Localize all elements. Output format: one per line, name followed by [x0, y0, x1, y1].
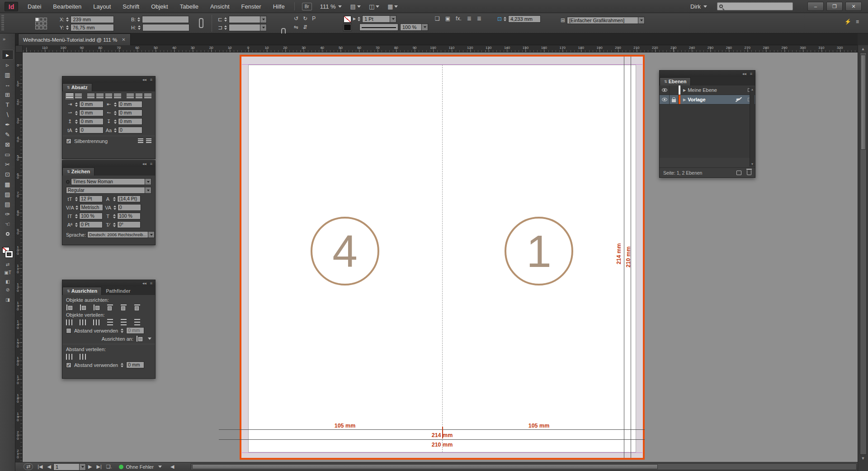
expand-triangle-icon[interactable]: ▶: [683, 98, 686, 102]
layer-row-vorlage[interactable]: ▶Vorlage✒: [660, 95, 755, 105]
page-number-circle-left[interactable]: 4: [311, 217, 379, 285]
search-input[interactable]: [717, 2, 793, 10]
selection-tool[interactable]: ▸: [2, 50, 14, 60]
layer-lock-toggle[interactable]: [670, 95, 679, 104]
next-page-button[interactable]: ▶: [88, 464, 92, 470]
layers-scrollbar[interactable]: ▲▼: [750, 87, 755, 167]
y-field[interactable]: 76,75 mm: [71, 24, 114, 31]
menu-schrift[interactable]: Schrift: [117, 0, 145, 13]
rotate-cw-icon[interactable]: ↻: [303, 15, 307, 22]
swatch-flyout-icon[interactable]: ▶: [353, 16, 356, 22]
language-field[interactable]: Deutsch: 2006 Rechtschreib...: [87, 231, 148, 238]
use-spacing-checkbox[interactable]: [66, 328, 71, 333]
corner-radius-field[interactable]: 4,233 mm: [508, 15, 541, 23]
rotate-ccw-icon[interactable]: ↺: [294, 15, 298, 22]
direct-selection-tool[interactable]: ▹: [2, 60, 14, 70]
object-style-field[interactable]: [Einfacher Grafikrahmen]: [567, 17, 638, 24]
type-tool[interactable]: T: [2, 100, 14, 109]
view-options-dropdown[interactable]: ▤: [350, 3, 361, 10]
workspace-switcher[interactable]: Dirk: [690, 3, 707, 10]
zoom-level-dropdown[interactable]: 111 %: [320, 3, 342, 10]
dist-top-edges-icon[interactable]: [66, 319, 73, 325]
font-style-dropdown[interactable]: [145, 187, 151, 194]
use-spacing-stepper[interactable]: [121, 328, 123, 333]
use-spacing2-checkbox[interactable]: ✓: [66, 362, 71, 368]
left-indent-field[interactable]: 0 mm: [79, 101, 104, 108]
baseline-shift-stepper[interactable]: [75, 223, 78, 227]
font-family-dropdown[interactable]: [145, 178, 151, 185]
align-left-edges-icon[interactable]: [66, 304, 73, 310]
bottom-margin-guide[interactable]: [242, 452, 642, 453]
collapse-icon[interactable]: ◂◂: [742, 71, 746, 76]
close-button[interactable]: ✕: [845, 2, 862, 11]
font-family-field[interactable]: Times New Roman: [71, 178, 145, 185]
gradient-feather-tool[interactable]: ▨: [2, 189, 14, 199]
normal-view-mode-icon[interactable]: ◨: [3, 297, 13, 303]
width-field[interactable]: [142, 16, 189, 23]
space-before-field[interactable]: 0 mm: [79, 118, 104, 125]
tracking-field[interactable]: 0: [118, 204, 141, 211]
effects-icon-2[interactable]: fx.: [456, 15, 462, 22]
horizontal-scale-field[interactable]: 100 %: [117, 213, 141, 219]
align-to-grid-off-icon[interactable]: [138, 138, 143, 144]
dist-h-space-icon[interactable]: [80, 354, 86, 360]
menu-datei[interactable]: Datei: [22, 0, 47, 13]
left-indent-stepper[interactable]: [75, 102, 78, 107]
collapse-icon[interactable]: ◂◂: [142, 162, 146, 166]
scissors-tool[interactable]: ✂: [2, 159, 14, 169]
vertical-scale-field[interactable]: 100 %: [79, 213, 103, 219]
align-towards-spine-icon[interactable]: [136, 94, 143, 99]
scale-x-stepper[interactable]: [224, 17, 227, 22]
note-tool[interactable]: ▤: [2, 199, 14, 209]
scale-x-dropdown[interactable]: [260, 16, 267, 23]
vertical-scrollbar-thumb[interactable]: [861, 55, 866, 150]
skew-stepper[interactable]: [113, 223, 116, 227]
collapse-icon[interactable]: ◂◂: [142, 77, 146, 82]
stroke-weight-stepper[interactable]: [358, 17, 360, 21]
justify-all-icon[interactable]: [127, 94, 134, 99]
language-dropdown[interactable]: [148, 231, 155, 238]
use-spacing2-stepper[interactable]: [121, 363, 123, 367]
space-after-field[interactable]: 0 mm: [118, 118, 142, 125]
justify-last-center-icon[interactable]: [105, 94, 113, 99]
fill-color-swatch[interactable]: [344, 24, 351, 31]
line-tool[interactable]: ∖: [2, 109, 14, 119]
tab-ebenen[interactable]: ⇅ Ebenen: [660, 77, 691, 86]
align-top-edges-icon[interactable]: [107, 304, 113, 311]
content-collector-tool[interactable]: ⊞: [2, 90, 14, 100]
justify-last-left-icon[interactable]: [96, 94, 104, 99]
dist-right-edges-icon[interactable]: [134, 319, 140, 326]
horizontal-scale-stepper[interactable]: [113, 214, 116, 219]
stroke-color-none-swatch[interactable]: [344, 16, 351, 23]
opacity-field[interactable]: 100 %: [400, 24, 422, 31]
align-to-icon[interactable]: [136, 336, 143, 342]
chevron-down-icon[interactable]: [148, 338, 151, 340]
rectangle-frame-tool[interactable]: ⊠: [2, 139, 14, 149]
align-h-centers-icon[interactable]: [80, 304, 86, 310]
align-center-icon[interactable]: [75, 94, 82, 99]
width-stepper[interactable]: [137, 17, 140, 22]
previous-page-button[interactable]: ◀: [47, 464, 51, 470]
scroll-left-arrow[interactable]: ◀: [170, 464, 174, 470]
horizontal-scrollbar-thumb[interactable]: [192, 464, 658, 469]
rectangle-tool[interactable]: ▭: [2, 149, 14, 159]
quick-apply-icon[interactable]: ⚡: [844, 19, 851, 25]
leading-field[interactable]: (14,4 Pt): [117, 195, 141, 202]
apply-none-icon[interactable]: ⊘: [3, 287, 13, 293]
dist-v-centers-icon[interactable]: [80, 319, 86, 325]
panel-menu-icon[interactable]: ≡: [150, 281, 152, 285]
last-line-indent-field[interactable]: 0 mm: [118, 109, 142, 116]
x-field[interactable]: 239 mm: [71, 16, 114, 23]
panel-menu-icon[interactable]: ≡: [150, 77, 152, 82]
scale-y-stepper[interactable]: [224, 25, 227, 30]
ruler-origin-corner[interactable]: [15, 45, 23, 52]
text-wrap-icon-1[interactable]: ≣: [477, 15, 481, 22]
collapse-icon[interactable]: ◂◂: [142, 281, 146, 285]
last-line-indent-stepper[interactable]: [114, 111, 117, 115]
fill-stroke-swatches[interactable]: [2, 247, 13, 258]
skew-field[interactable]: 0°: [117, 221, 141, 228]
menu-layout[interactable]: Layout: [87, 0, 117, 13]
stroke-style-dropdown[interactable]: [359, 24, 398, 31]
drop-cap-chars-stepper[interactable]: [114, 128, 117, 133]
control-panel-menu-icon[interactable]: ≡: [856, 19, 859, 25]
